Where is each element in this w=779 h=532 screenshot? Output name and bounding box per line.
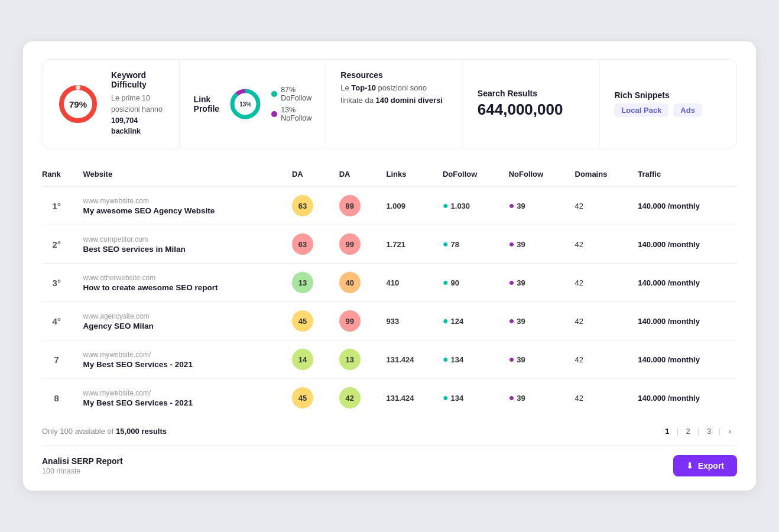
rank-cell: 4° (42, 302, 77, 340)
links-cell: 933 (380, 302, 436, 340)
traffic-cell: 140.000 /monthly (632, 186, 737, 225)
dofollow-cell: ● 134 (437, 379, 503, 417)
dofollow-value: 124 (451, 317, 464, 326)
resources-block: Resources Le Top-10 posizioni sono linka… (326, 60, 463, 148)
nofollow-value: 39 (517, 317, 525, 326)
website-cell: www.mywebsite.com My awesome SEO Agency … (77, 186, 286, 225)
dofollow-cell: ● 78 (437, 225, 503, 264)
nofollow-dot (271, 111, 277, 117)
purple-dot: ● (509, 200, 515, 211)
dofollow-label: 87% DoFollow (281, 86, 311, 102)
links-cell: 131.424 (380, 340, 436, 379)
nofollow-cell: ● 39 (503, 225, 569, 264)
traffic-cell: 140.000 /monthly (632, 302, 737, 340)
nofollow-value: 39 (517, 240, 525, 249)
table-row: 7 www.mywebsite.com/ My Best SEO Service… (42, 340, 737, 379)
rank-cell: 3° (42, 264, 77, 302)
da2-cell: 13 (333, 340, 381, 379)
nofollow-value: 39 (517, 394, 525, 403)
domains-cell: 42 (569, 302, 632, 340)
website-url: www.otherwebsite.com (83, 274, 280, 282)
col-da1: DA (286, 165, 333, 186)
kd-title: Keyword Difficulty (111, 70, 165, 89)
rank-cell: 2° (42, 225, 77, 264)
website-name: My Best SEO Services - 2021 (83, 398, 280, 407)
purple-dot: ● (509, 354, 515, 365)
page-next[interactable]: › (723, 424, 737, 438)
website-url: www.agencysite.com (83, 312, 280, 320)
col-da2: DA (333, 165, 381, 186)
da1-badge: 13 (292, 272, 313, 293)
dofollow-value: 134 (451, 394, 464, 403)
table-footer: Only 100 available of 15,000 results 1 |… (42, 417, 737, 438)
domains-cell: 42 (569, 186, 632, 225)
da2-cell: 40 (333, 264, 381, 302)
page-1[interactable]: 1 (660, 424, 674, 438)
table-row: 1° www.mywebsite.com My awesome SEO Agen… (42, 186, 737, 225)
page-2[interactable]: 2 (681, 424, 695, 438)
col-rank: Rank (42, 165, 77, 186)
rank-cell: 1° (42, 186, 77, 225)
bottom-bar: Analisi SERP Report 100 rimaste ⬇ Export (42, 445, 737, 476)
metrics-row: 79% Keyword Difficulty Le prime 10 posiz… (42, 59, 737, 148)
export-label: Export (698, 461, 724, 471)
links-cell: 131.424 (380, 379, 436, 417)
teal-dot: ● (443, 316, 449, 326)
nofollow-value: 39 (517, 202, 525, 210)
nofollow-cell: ● 39 (503, 302, 569, 340)
page-3[interactable]: 3 (702, 424, 716, 438)
da2-badge: 99 (339, 310, 361, 332)
purple-dot: ● (509, 392, 515, 403)
rank-cell: 7 (42, 340, 77, 379)
export-button[interactable]: ⬇ Export (673, 455, 737, 476)
nofollow-value: 39 (517, 355, 525, 364)
bottom-info: Analisi SERP Report 100 rimaste (42, 456, 123, 475)
nofollow-label: 13% NoFollow (281, 106, 311, 122)
website-cell: www.otherwebsite.com How to create aweso… (77, 264, 286, 302)
rs-tag-ads: Ads (673, 103, 702, 117)
keyword-difficulty-block: 79% Keyword Difficulty Le prime 10 posiz… (43, 60, 180, 148)
dofollow-value: 1.030 (451, 202, 470, 210)
rs-title: Rich Snippets (614, 90, 669, 100)
col-links: Links (380, 165, 436, 186)
lp-title: Link Profile (194, 95, 220, 113)
links-cell: 1.009 (380, 186, 436, 225)
website-cell: www.mywebsite.com/ My Best SEO Services … (77, 379, 286, 417)
website-url: www.competitor.com (83, 235, 280, 244)
da2-badge: 40 (339, 272, 361, 293)
da1-badge: 45 (292, 387, 313, 408)
nofollow-cell: ● 39 (503, 340, 569, 379)
website-cell: www.agencysite.com Agency SEO Milan (77, 302, 286, 340)
da2-cell: 42 (333, 379, 381, 417)
rank-cell: 8 (42, 379, 77, 417)
da1-cell: 14 (286, 340, 333, 379)
table-row: 3° www.otherwebsite.com How to create aw… (42, 264, 737, 302)
results-table-wrap: Rank Website DA DA Links DoFollow NoFoll… (42, 165, 737, 438)
teal-dot: ● (443, 354, 449, 365)
teal-dot: ● (443, 239, 449, 249)
domains-cell: 42 (569, 340, 632, 379)
traffic-cell: 140.000 /monthly (632, 264, 737, 302)
website-name: My Best SEO Services - 2021 (83, 360, 280, 369)
lp-donut: 13% (229, 87, 262, 121)
search-results-block: Search Results 644,000,000 (463, 60, 601, 148)
website-url: www.mywebsite.com (83, 197, 280, 205)
nofollow-legend-item: 13% NoFollow (271, 106, 311, 122)
nofollow-cell: ● 39 (503, 186, 569, 225)
kd-percentage: 79% (69, 99, 87, 109)
website-cell: www.mywebsite.com/ My Best SEO Services … (77, 340, 286, 379)
da2-cell: 89 (333, 186, 381, 225)
traffic-cell: 140.000 /monthly (632, 340, 737, 379)
traffic-cell: 140.000 /monthly (632, 225, 737, 264)
da2-cell: 99 (333, 225, 381, 264)
table-row: 8 www.mywebsite.com/ My Best SEO Service… (42, 379, 737, 417)
nofollow-cell: ● 39 (503, 379, 569, 417)
results-table: Rank Website DA DA Links DoFollow NoFoll… (42, 165, 737, 417)
website-name: My awesome SEO Agency Website (83, 206, 280, 215)
sr-title: Search Results (478, 89, 537, 98)
purple-dot: ● (509, 239, 515, 249)
da2-badge: 89 (339, 195, 361, 216)
da2-badge: 99 (339, 233, 361, 255)
pagination[interactable]: 1 | 2 | 3 | › (660, 424, 737, 438)
kd-donut: 79% (57, 83, 99, 125)
